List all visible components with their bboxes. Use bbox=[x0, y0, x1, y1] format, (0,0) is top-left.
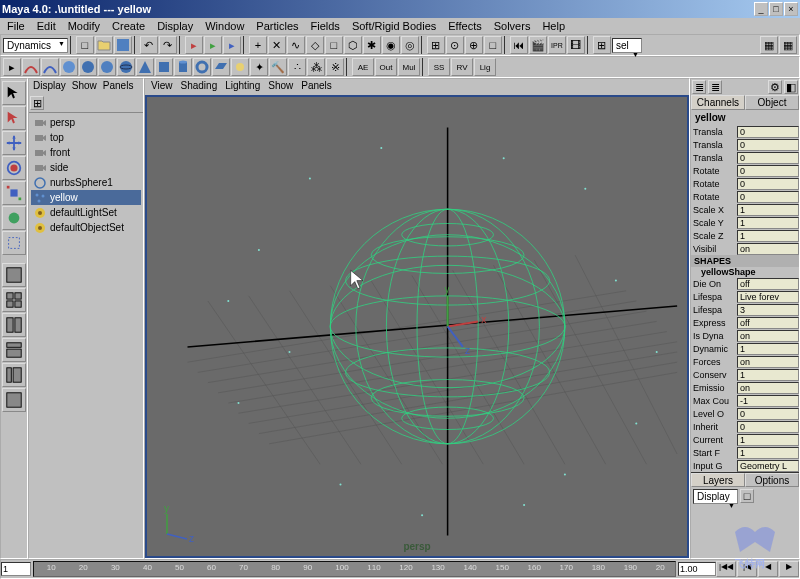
render-icon[interactable]: 🎬 bbox=[529, 36, 547, 54]
shelf-curve2-icon[interactable] bbox=[41, 58, 59, 76]
ch-icon4[interactable]: ◧ bbox=[784, 80, 798, 94]
minimize-button[interactable]: _ bbox=[754, 2, 768, 16]
channel-value-input[interactable]: on bbox=[737, 382, 799, 394]
select-tool-icon[interactable] bbox=[2, 81, 26, 105]
ae-button[interactable]: AE bbox=[352, 58, 374, 76]
channel-value-input[interactable]: 1 bbox=[737, 343, 799, 355]
outliner-menu-display[interactable]: Display bbox=[33, 80, 66, 94]
shelf-cylinder-icon[interactable] bbox=[174, 58, 192, 76]
menu-display[interactable]: Display bbox=[152, 19, 198, 33]
menu-help[interactable]: Help bbox=[537, 19, 570, 33]
undo-icon[interactable]: ↶ bbox=[140, 36, 158, 54]
channel-value-input[interactable]: 1 bbox=[737, 217, 799, 229]
viewport-3d[interactable]: x y z yz persp bbox=[145, 95, 689, 558]
shape-name[interactable]: yellowShape bbox=[691, 267, 799, 277]
tab-channels[interactable]: Channels bbox=[691, 95, 745, 110]
shelf-cube-icon[interactable] bbox=[155, 58, 173, 76]
vp-menu-shading[interactable]: Shading bbox=[181, 80, 218, 94]
outliner-item-side[interactable]: side bbox=[31, 160, 141, 175]
menu-create[interactable]: Create bbox=[107, 19, 150, 33]
new-scene-icon[interactable]: □ bbox=[76, 36, 94, 54]
menu-modify[interactable]: Modify bbox=[63, 19, 105, 33]
mode-dropdown[interactable]: Dynamics bbox=[3, 38, 68, 53]
outliner-menu-show[interactable]: Show bbox=[72, 80, 97, 94]
menu-particles[interactable]: Particles bbox=[251, 19, 303, 33]
ss-button[interactable]: SS bbox=[428, 58, 450, 76]
layout-opt2-icon[interactable] bbox=[2, 363, 26, 387]
rotate-tool-icon[interactable] bbox=[2, 156, 26, 180]
mask1-icon[interactable]: + bbox=[249, 36, 267, 54]
channel-value-input[interactable]: on bbox=[737, 330, 799, 342]
shelf-wand-icon[interactable]: ✦ bbox=[250, 58, 268, 76]
tab-object[interactable]: Object bbox=[745, 95, 799, 110]
layer-display-dropdown[interactable]: Display bbox=[693, 489, 738, 504]
vp-menu-lighting[interactable]: Lighting bbox=[225, 80, 260, 94]
shelf-light-icon[interactable] bbox=[231, 58, 249, 76]
mask4-icon[interactable]: ◇ bbox=[306, 36, 324, 54]
mask8-icon[interactable]: ◉ bbox=[382, 36, 400, 54]
outliner-filter-icon[interactable]: ⊞ bbox=[30, 96, 44, 110]
channel-value-input[interactable]: 0 bbox=[737, 421, 799, 433]
channel-value-input[interactable]: off bbox=[737, 317, 799, 329]
menu-window[interactable]: Window bbox=[200, 19, 249, 33]
sidebar-toggle2-icon[interactable]: ▦ bbox=[779, 36, 797, 54]
shelf-hammer-icon[interactable]: 🔨 bbox=[269, 58, 287, 76]
save-scene-icon[interactable] bbox=[114, 36, 132, 54]
select-hier-icon[interactable]: ▸ bbox=[185, 36, 203, 54]
ipr-icon[interactable]: IPR bbox=[548, 36, 566, 54]
outliner-item-nurbsSphere1[interactable]: nurbsSphere1 bbox=[31, 175, 141, 190]
snap-point-icon[interactable]: ⊕ bbox=[465, 36, 483, 54]
last-tool-icon[interactable] bbox=[2, 231, 26, 255]
ch-icon3[interactable]: ⚙ bbox=[768, 80, 782, 94]
mask2-icon[interactable]: ✕ bbox=[268, 36, 286, 54]
channel-value-input[interactable]: 1 bbox=[737, 447, 799, 459]
scale-tool-icon[interactable] bbox=[2, 181, 26, 205]
node-name[interactable]: yellow bbox=[691, 110, 799, 125]
channel-value-input[interactable]: 0 bbox=[737, 126, 799, 138]
channel-value-input[interactable]: 0 bbox=[737, 178, 799, 190]
menu-effects[interactable]: Effects bbox=[443, 19, 486, 33]
history-icon[interactable]: ⏮ bbox=[510, 36, 528, 54]
channel-value-input[interactable]: Live forev bbox=[737, 291, 799, 303]
layout-four-icon[interactable] bbox=[2, 288, 26, 312]
channel-value-input[interactable]: 0 bbox=[737, 408, 799, 420]
vp-menu-view[interactable]: View bbox=[151, 80, 173, 94]
rv-button[interactable]: RV bbox=[451, 58, 473, 76]
menu-file[interactable]: File bbox=[2, 19, 30, 33]
shelf-cone-icon[interactable] bbox=[136, 58, 154, 76]
quick-sel-icon[interactable]: ⊞ bbox=[593, 36, 611, 54]
outliner-item-defaultObjectSet[interactable]: defaultObjectSet bbox=[31, 220, 141, 235]
move-tool-icon[interactable] bbox=[2, 131, 26, 155]
layout-two-icon[interactable] bbox=[2, 313, 26, 337]
channel-value-input[interactable]: 0 bbox=[737, 165, 799, 177]
outliner-menu-panels[interactable]: Panels bbox=[103, 80, 134, 94]
render-globals-icon[interactable]: 🎞 bbox=[567, 36, 585, 54]
menu-edit[interactable]: Edit bbox=[32, 19, 61, 33]
channel-value-input[interactable]: Geometry L bbox=[737, 460, 799, 472]
redo-icon[interactable]: ↷ bbox=[159, 36, 177, 54]
tab-layers[interactable]: Layers bbox=[691, 473, 745, 487]
shelf-ball2-icon[interactable] bbox=[79, 58, 97, 76]
shelf-curve1-icon[interactable] bbox=[22, 58, 40, 76]
menu-softrigid[interactable]: Soft/Rigid Bodies bbox=[347, 19, 441, 33]
sel-dropdown[interactable]: sel bbox=[612, 38, 642, 53]
menu-solvers[interactable]: Solvers bbox=[489, 19, 536, 33]
outliner-item-persp[interactable]: persp bbox=[31, 115, 141, 130]
open-scene-icon[interactable] bbox=[95, 36, 113, 54]
layer-new-icon[interactable]: □ bbox=[740, 489, 754, 503]
layout-opt3-icon[interactable] bbox=[2, 388, 26, 412]
maximize-button[interactable]: □ bbox=[769, 2, 783, 16]
ch-icon2[interactable]: ≣ bbox=[708, 80, 722, 94]
shelf-tab-icon[interactable]: ▸ bbox=[3, 58, 21, 76]
mask9-icon[interactable]: ◎ bbox=[401, 36, 419, 54]
menu-fields[interactable]: Fields bbox=[306, 19, 345, 33]
outliner-item-front[interactable]: front bbox=[31, 145, 141, 160]
out-button[interactable]: Out bbox=[375, 58, 397, 76]
current-time-input[interactable] bbox=[678, 562, 716, 576]
lasso-tool-icon[interactable] bbox=[2, 106, 26, 130]
outliner-item-defaultLightSet[interactable]: defaultLightSet bbox=[31, 205, 141, 220]
layout-single-icon[interactable] bbox=[2, 263, 26, 287]
shelf-emit1-icon[interactable]: ∴ bbox=[288, 58, 306, 76]
select-obj-icon[interactable]: ▸ bbox=[204, 36, 222, 54]
channel-value-input[interactable]: 1 bbox=[737, 369, 799, 381]
